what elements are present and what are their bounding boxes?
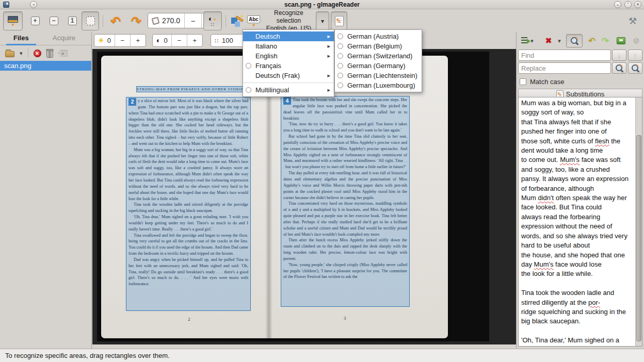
close-button[interactable]: ✕: [634, 1, 641, 8]
tab-acquire[interactable]: Acquire: [45, 32, 83, 45]
strip-crlf-button[interactable]: ✖: [543, 34, 554, 47]
radio-icon: [337, 53, 343, 59]
brightness-increase-button[interactable]: +: [130, 35, 146, 46]
rotation-decrease-button[interactable]: −: [184, 13, 201, 28]
submenu-item-german-austria[interactable]: German (Austria): [335, 31, 422, 41]
recognize-button[interactable]: Abc ▾ Recognize selection English (en_US…: [247, 11, 315, 30]
file-list-item[interactable]: scan.png: [0, 61, 91, 71]
replace-input[interactable]: [518, 62, 611, 74]
open-folder-icon[interactable]: [5, 51, 14, 57]
rotation-value-field[interactable]: 270.0: [148, 13, 184, 28]
rotation-value: 270.0: [162, 17, 180, 25]
resolution-value: 100: [222, 37, 233, 44]
chevron-down-icon: ▾: [11, 23, 14, 26]
match-case-checkbox[interactable]: [520, 78, 526, 85]
recognize-language-dropdown-button[interactable]: ▾: [316, 11, 329, 30]
menu-item-deutsch[interactable]: Deutsch ▸: [243, 31, 334, 41]
brightness-decrease-button[interactable]: −: [115, 35, 130, 46]
menu-item-italiano[interactable]: Italiano ▸: [243, 41, 334, 51]
status-bar: To recognize specific areas, drag rectan…: [0, 349, 644, 362]
replace-all-button[interactable]: ✎: [628, 62, 642, 74]
remove-file-button[interactable]: ✕: [34, 50, 41, 57]
redo-button[interactable]: ↷: [599, 34, 611, 47]
ocr-selection-region-4[interactable]: 4 Tina took the broom with her and she s…: [281, 96, 410, 307]
replace-button[interactable]: ✎: [612, 62, 626, 74]
zoom-fit-button[interactable]: [82, 11, 99, 30]
output-scrollbar[interactable]: [635, 97, 642, 346]
clear-files-button[interactable]: ✕: [58, 50, 68, 57]
tab-files[interactable]: Files: [6, 32, 36, 45]
ocr-output-area[interactable]: Mum was a big woman, but big in a soggy …: [518, 97, 642, 347]
book-paragraph: But school had gone in by the time Tina …: [283, 134, 407, 170]
settings-button[interactable]: ⚒: [624, 11, 641, 30]
zoom-fit-icon: [86, 17, 95, 25]
submenu-item-german-liechtenstein[interactable]: German (Liechtenstein): [335, 71, 422, 80]
undo-icon: ↶: [588, 36, 595, 46]
open-dropdown-button[interactable]: ▾: [20, 50, 23, 57]
delete-file-button[interactable]: [46, 50, 53, 58]
insert-mode-icon: [521, 37, 530, 45]
shade-window-button[interactable]: «: [30, 1, 37, 8]
save-output-button[interactable]: [615, 34, 627, 47]
submenu-item-german-switzerland[interactable]: German (Switzerland): [335, 51, 422, 61]
ocr-wand-icon: ✦: [230, 14, 244, 28]
resolution-dots-icon: ∷: [211, 23, 214, 27]
clear-output-button[interactable]: ⊘: [630, 34, 642, 47]
show-controls-toggle[interactable]: ▾: [3, 11, 23, 30]
find-replace-toggle[interactable]: ✎: [566, 34, 583, 47]
files-toolbar: ▾ ✕ ✕: [0, 45, 91, 61]
brightness-icon: ☀: [98, 37, 104, 44]
find-next-button[interactable]: ↓: [612, 50, 626, 61]
rotate-left-button[interactable]: ↶: [106, 11, 125, 30]
book-paragraph: Dad was angry when he picked himself up,…: [128, 257, 248, 287]
zoom-out-button[interactable]: −: [45, 11, 62, 30]
menu-item-deutsch-frak[interactable]: Deutsch (Frak) ▸: [243, 71, 334, 80]
find-replace-icon: ✎: [570, 37, 579, 45]
contrast-decrease-button[interactable]: −: [171, 35, 187, 46]
separator: [28, 48, 28, 58]
find-row: ↓ ↑: [518, 50, 642, 62]
ocr-selection-region-2[interactable]: 2 y a slice of mirror left. Most of it w…: [126, 97, 251, 311]
book-paragraph: Tina concentrated very hard on those mys…: [283, 201, 407, 237]
submenu-item-german-belgium[interactable]: German (Belgium): [335, 41, 422, 51]
undo-button[interactable]: ↶: [586, 34, 598, 47]
radio-icon: [246, 63, 251, 69]
minimize-button[interactable]: ⌄: [614, 1, 621, 8]
resolution-control: ∷ 100: [211, 34, 247, 47]
rotate-right-button[interactable]: ↷: [127, 11, 146, 30]
ocr-output-text[interactable]: Mum was a big woman, but big in a soggy …: [521, 98, 633, 346]
zoom-in-button[interactable]: +: [27, 11, 43, 30]
find-prev-button[interactable]: ↑: [628, 50, 642, 61]
resolution-field[interactable]: ∷ 100: [211, 35, 237, 46]
insert-mode-button[interactable]: ▾: [521, 34, 534, 47]
output-pane-toggle[interactable]: ✎: [331, 11, 347, 30]
submenu-item-german-germany[interactable]: German (Germany): [335, 61, 422, 71]
book-paragraph: y a slice of mirror left. Most of it was…: [128, 98, 248, 147]
contrast-icon: ◐: [156, 37, 160, 44]
arrow-down-icon: ↓: [618, 52, 621, 59]
zoom-original-button[interactable]: 1: [64, 11, 81, 30]
book-spread: STRONG-MAN FROM PIRAEUS AND OTHER STORIE…: [101, 56, 448, 338]
running-header-selection[interactable]: STRONG-MAN FROM PIRAEUS AND OTHER STORIE…: [136, 86, 247, 92]
chevron-down-icon: ▾: [252, 23, 255, 27]
redo-icon: ↷: [602, 36, 609, 46]
scrollbar-thumb[interactable]: [636, 135, 641, 341]
contrast-increase-button[interactable]: +: [187, 35, 202, 46]
menu-item-english[interactable]: English ▸: [243, 51, 334, 61]
menu-item-multilingual[interactable]: Multilingual ▸: [243, 85, 334, 95]
rotation-icon: [152, 17, 160, 25]
book-paragraph: Tina took the broom with her and she swe…: [283, 97, 407, 121]
toolbar-separator: [226, 15, 226, 27]
find-input[interactable]: [518, 50, 611, 61]
submenu-item-german-luxembourg[interactable]: German (Luxembourg): [335, 80, 422, 90]
german-submenu: German (Austria) German (Belgium) German…: [334, 29, 422, 92]
strip-crlf-dropdown-button[interactable]: ▾: [556, 34, 563, 47]
image-controls-toggle[interactable]: ◐✦ ∷: [203, 11, 222, 30]
brightness-field[interactable]: ☀ 0: [94, 35, 115, 46]
maximize-button[interactable]: ⌃: [624, 1, 632, 8]
ocr-mode-button[interactable]: ✦: [228, 11, 246, 30]
output-toolbar: ▾ ✖ ▾ ✎ ↶ ↷ ⊘: [517, 32, 644, 49]
radio-icon: [337, 63, 343, 69]
menu-item-francais[interactable]: Français: [243, 61, 334, 71]
contrast-field[interactable]: ◐ 0: [153, 35, 171, 46]
